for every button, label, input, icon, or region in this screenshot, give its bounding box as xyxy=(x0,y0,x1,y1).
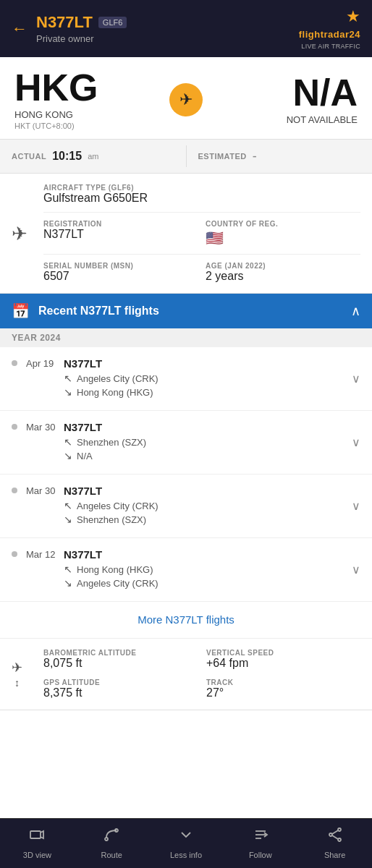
follow-icon xyxy=(252,826,269,848)
arrival-text: Hong Kong (HKG) xyxy=(77,387,153,398)
estimated-time-section: ESTIMATED - xyxy=(198,149,361,164)
nav-share[interactable]: Share xyxy=(297,819,372,868)
aircraft-type-row: AIRCRAFT TYPE (GLF6) Gulfstream G650ER xyxy=(43,184,360,205)
flight-date: Mar 30 xyxy=(26,421,64,434)
track-value: 27° xyxy=(206,686,360,699)
time-divider xyxy=(186,145,187,167)
back-button[interactable]: ← xyxy=(12,20,28,38)
vspeed-value: +64 fpm xyxy=(206,657,360,670)
landing-icon: ↘ xyxy=(64,386,72,398)
type-badge: GLF6 xyxy=(98,17,127,28)
share-icon xyxy=(326,826,344,848)
flight-departure: ↗ Hong Kong (HKG) xyxy=(64,563,346,575)
fr24-brand: flightradar24 xyxy=(299,29,360,40)
age-cell: AGE (JAN 2022) 2 years xyxy=(206,262,360,283)
arrival-text: Angeles City (CRK) xyxy=(77,578,158,589)
fr24-tagline: LIVE AIR TRAFFIC xyxy=(301,43,360,50)
header-left: ← N377LT GLF6 Private owner xyxy=(12,13,127,44)
estimated-value: - xyxy=(253,149,257,164)
flight-dot xyxy=(12,488,17,493)
flight-item[interactable]: Mar 30 N377LT ↗ Shenzhen (SZX) ↘ N/A ∨ xyxy=(0,411,372,475)
flight-callsign: N377LT xyxy=(64,421,346,433)
flight-arrival: ↘ Hong Kong (HKG) xyxy=(64,386,346,398)
country-cell: COUNTRY OF REG. 🇺🇸 xyxy=(206,220,360,247)
header-right: ★ flightradar24 LIVE AIR TRAFFIC xyxy=(299,7,360,50)
collapse-chevron-icon[interactable]: ∧ xyxy=(351,303,360,319)
msn-cell: SERIAL NUMBER (MSN) 6507 xyxy=(43,262,198,283)
baro-cell: BAROMETRIC ALTITUDE 8,075 ft xyxy=(43,649,198,670)
header-title-block: N377LT GLF6 Private owner xyxy=(36,13,127,44)
origin-block: HKG HONG KONG HKT (UTC+8:00) xyxy=(14,69,158,130)
aircraft-serial-grid: SERIAL NUMBER (MSN) 6507 AGE (JAN 2022) … xyxy=(43,262,360,283)
flight-expand-icon[interactable]: ∨ xyxy=(352,372,360,386)
estimated-label: ESTIMATED xyxy=(198,152,247,161)
nav-share-label: Share xyxy=(324,851,345,859)
gps-cell: GPS ALTITUDE 8,375 ft xyxy=(43,678,198,699)
track-label: TRACK xyxy=(206,678,360,686)
flight-arrival: ↘ Angeles City (CRK) xyxy=(64,577,346,589)
flight-dot xyxy=(12,551,17,557)
altitude-section: ✈ ↕ BAROMETRIC ALTITUDE 8,075 ft VERTICA… xyxy=(0,639,372,710)
flight-details: N377LT ↗ Shenzhen (SZX) ↘ N/A xyxy=(64,421,346,464)
nav-3dview[interactable]: 3D view xyxy=(0,819,75,868)
actual-time-section: ACTUAL 10:15 am xyxy=(12,150,174,163)
flight-dot xyxy=(12,424,17,430)
flight-arrival: ↘ N/A xyxy=(64,450,346,461)
flight-date: Mar 30 xyxy=(26,485,64,498)
more-flights-link[interactable]: More N377LT flights xyxy=(138,613,234,626)
altitude-icon: ✈ ↕ xyxy=(12,660,22,689)
svg-point-8 xyxy=(338,838,341,841)
nav-follow[interactable]: Follow xyxy=(223,819,297,868)
owner-label: Private owner xyxy=(36,33,127,44)
origin-code: HKG xyxy=(14,69,158,106)
country-flag: 🇺🇸 xyxy=(206,229,360,247)
flight-expand-icon[interactable]: ∨ xyxy=(352,563,360,576)
flight-list: Apr 19 N377LT ↗ Angeles City (CRK) ↘ Hon… xyxy=(0,347,372,602)
takeoff-icon: ↗ xyxy=(64,373,72,384)
vspeed-cell: VERTICAL SPEED +64 fpm xyxy=(206,649,360,670)
baro-label: BAROMETRIC ALTITUDE xyxy=(43,649,198,657)
svg-line-10 xyxy=(332,835,338,839)
flight-item[interactable]: Mar 30 N377LT ↗ Angeles City (CRK) ↘ She… xyxy=(0,475,372,538)
less-info-icon xyxy=(177,826,195,848)
flight-item[interactable]: Mar 12 N377LT ↗ Hong Kong (HKG) ↘ Angele… xyxy=(0,538,372,602)
age-label: AGE (JAN 2022) xyxy=(206,262,360,270)
flight-departure: ↗ Angeles City (CRK) xyxy=(64,500,346,511)
nav-less-info-label: Less info xyxy=(170,851,202,859)
departure-text: Shenzhen (SZX) xyxy=(77,437,146,448)
recent-flights-header[interactable]: 📅 Recent N377LT flights ∧ xyxy=(0,294,372,328)
age-value: 2 years xyxy=(206,270,360,283)
nav-route[interactable]: Route xyxy=(75,819,149,868)
flight-item[interactable]: Apr 19 N377LT ↗ Angeles City (CRK) ↘ Hon… xyxy=(0,347,372,411)
flight-departure: ↗ Shenzhen (SZX) xyxy=(64,436,346,448)
aircraft-info: ✈ AIRCRAFT TYPE (GLF6) Gulfstream G650ER… xyxy=(0,174,372,294)
svg-point-6 xyxy=(338,828,341,831)
flight-callsign: N377LT xyxy=(64,548,346,561)
nav-route-label: Route xyxy=(101,851,122,859)
favorite-star[interactable]: ★ xyxy=(346,7,360,26)
route-icon xyxy=(103,826,120,848)
altitude-grid: BAROMETRIC ALTITUDE 8,075 ft VERTICAL SP… xyxy=(43,649,360,699)
dest-city: NOT AVAILABLE xyxy=(214,114,358,125)
year-label: YEAR 2024 xyxy=(0,328,372,347)
flight-expand-icon[interactable]: ∨ xyxy=(352,435,360,449)
departure-text: Angeles City (CRK) xyxy=(77,373,158,384)
flight-details: N377LT ↗ Angeles City (CRK) ↘ Shenzhen (… xyxy=(64,485,346,527)
callsign: N377LT xyxy=(36,13,93,32)
flight-date: Apr 19 xyxy=(26,357,64,370)
plane-icon: ✈ xyxy=(169,83,203,116)
destination-block: N/A NOT AVAILABLE xyxy=(214,74,358,125)
recent-title: Recent N377LT flights xyxy=(38,305,342,318)
departure-text: Angeles City (CRK) xyxy=(77,501,158,511)
route-separator: ✈ xyxy=(158,83,214,116)
reg-label: REGISTRATION xyxy=(43,220,198,228)
flight-callsign: N377LT xyxy=(64,485,346,497)
time-bar: ACTUAL 10:15 am ESTIMATED - xyxy=(0,140,372,174)
header: ← N377LT GLF6 Private owner ★ flightrada… xyxy=(0,0,372,57)
flight-expand-icon[interactable]: ∨ xyxy=(352,499,360,513)
landing-icon: ↘ xyxy=(64,514,72,525)
more-flights[interactable]: More N377LT flights xyxy=(0,602,372,639)
takeoff-icon: ↗ xyxy=(64,436,72,448)
nav-less-info[interactable]: Less info xyxy=(149,819,224,868)
bottom-nav: 3D view Route Less info xyxy=(0,818,372,868)
